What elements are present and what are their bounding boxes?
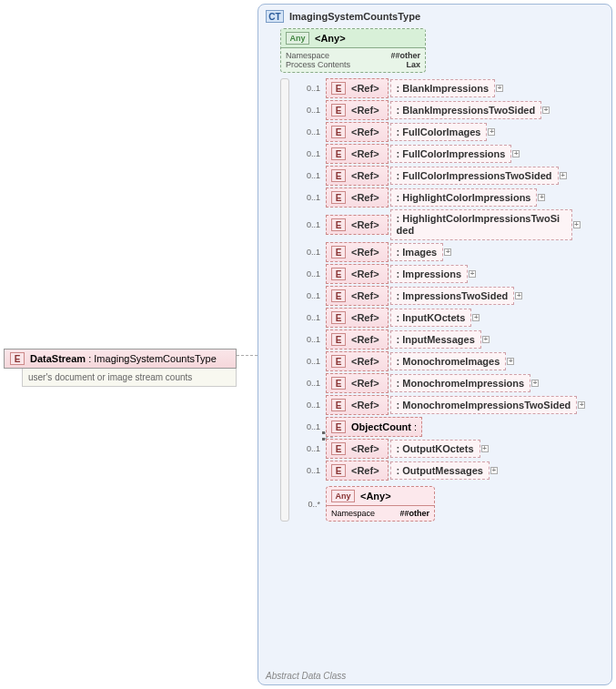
any-block-bottom[interactable]: Any <Any> Namespace ##other	[326, 486, 435, 522]
any-badge-bottom: Any	[331, 490, 355, 502]
child-ref-name[interactable]: : FullColorImpressions+	[390, 145, 512, 163]
child-ref-box[interactable]: E<Ref>	[326, 144, 389, 164]
child-row: 0..1E<Ref>: BlankImpressionsTwoSided+	[298, 100, 608, 120]
child-row: 0..1E<Ref>: FullColorImpressionsTwoSided…	[298, 166, 608, 186]
child-ref-box[interactable]: E<Ref>	[326, 264, 389, 284]
element-badge: E	[10, 352, 25, 365]
expand-icon[interactable]: +	[444, 248, 451, 256]
child-ref-box[interactable]: E<Ref>	[326, 461, 389, 481]
expand-icon[interactable]: +	[578, 401, 585, 409]
child-ref-box[interactable]: E<Ref>	[326, 373, 389, 393]
child-ref-name[interactable]: : HighlightColorImpressionsTwoSided+	[390, 209, 572, 240]
child-row: 0..1E<Ref>: HighlightColorImpressions+	[298, 187, 608, 208]
root-type: ImagingSystemCountsType	[94, 353, 217, 364]
expand-icon[interactable]: +	[573, 221, 581, 228]
expand-icon[interactable]: +	[542, 106, 550, 114]
element-badge: E	[331, 377, 346, 390]
expand-icon[interactable]: +	[469, 270, 476, 278]
child-ref-name[interactable]: : FullColorImpressionsTwoSided+	[390, 167, 559, 185]
child-ref-box[interactable]: E<Ref>	[326, 439, 389, 459]
child-ref-name[interactable]: : InputKOctets+	[390, 309, 472, 327]
expand-icon[interactable]: +	[515, 292, 522, 299]
expand-icon[interactable]: +	[472, 314, 480, 321]
expand-icon[interactable]: +	[507, 358, 514, 365]
expand-icon[interactable]: +	[490, 467, 498, 474]
any-child-header: Any <Any>	[327, 487, 434, 506]
ref-label: <Ref>	[351, 443, 379, 454]
child-row: 0..1E<Ref>: OutputKOctets+	[298, 439, 608, 459]
child-ref-name[interactable]: : OutputMessages+	[390, 461, 490, 480]
child-ref-box[interactable]: E<Ref>	[326, 215, 389, 235]
cardinality-label: 0..1	[298, 466, 320, 475]
element-badge: E	[331, 420, 346, 433]
any-label: <Any>	[315, 33, 346, 44]
child-ref-name[interactable]: : MonochromeImpressionsTwoSided+	[390, 396, 578, 414]
element-badge: E	[331, 268, 346, 280]
child-ref-name[interactable]: : BlankImpressionsTwoSided+	[390, 101, 542, 119]
expand-icon[interactable]: +	[482, 336, 490, 343]
child-element[interactable]: EObjectCount :	[326, 417, 422, 437]
child-ref-box[interactable]: E<Ref>	[326, 242, 389, 262]
child-ref-name[interactable]: : OutputKOctets+	[390, 440, 480, 458]
any-block-top[interactable]: Any <Any> Namespace ##other Process Cont…	[280, 28, 426, 73]
child-row: 0..1E<Ref>: FullColorImpressions+	[298, 144, 608, 164]
child-ref-name[interactable]: : MonochromeImpressions+	[390, 374, 531, 392]
child-ref-name[interactable]: : MonochromeImages+	[390, 352, 507, 370]
element-badge: E	[331, 104, 346, 117]
sequence-indicator	[280, 78, 289, 522]
expand-icon[interactable]: +	[560, 172, 567, 179]
cardinality-label: 0..1	[298, 106, 320, 115]
expand-icon[interactable]: +	[512, 150, 520, 157]
ref-label: <Ref>	[351, 105, 379, 116]
expand-icon[interactable]: +	[481, 445, 489, 452]
child-ref-name[interactable]: : Impressions+	[390, 265, 469, 283]
element-badge: E	[331, 169, 346, 182]
expand-icon[interactable]: +	[538, 194, 545, 201]
child-ref-box[interactable]: E<Ref>	[326, 78, 389, 98]
ct-header: CT ImagingSystemCountsType	[262, 8, 608, 25]
child-row: 0..1E<Ref>: InputKOctets+	[298, 308, 608, 328]
element-badge: E	[331, 82, 346, 95]
child-ref-box[interactable]: E<Ref>	[326, 329, 389, 350]
any-bottom-ns-label: Namespace	[331, 509, 375, 518]
ref-label: <Ref>	[351, 378, 379, 389]
child-row: 0..1E<Ref>: OutputMessages+	[298, 461, 608, 481]
sequence-children: 0..1E<Ref>: BlankImpressions+0..1E<Ref>:…	[298, 78, 608, 522]
child-ref-name[interactable]: : ImpressionsTwoSided+	[390, 287, 515, 305]
ref-label: <Ref>	[351, 312, 379, 323]
child-ref-box[interactable]: E<Ref>	[326, 100, 389, 120]
child-row: 0..1E<Ref>: BlankImpressions+	[298, 78, 608, 98]
expand-icon[interactable]: +	[531, 380, 539, 387]
element-badge: E	[331, 355, 346, 368]
root-element-header[interactable]: E DataStream : ImagingSystemCountsType	[4, 349, 237, 369]
child-ref-box[interactable]: E<Ref>	[326, 122, 389, 142]
element-badge: E	[331, 289, 346, 302]
any-pc-value: Lax	[406, 60, 420, 69]
element-badge: E	[331, 311, 346, 324]
child-ref-box[interactable]: E<Ref>	[326, 286, 389, 306]
any-pc-label: Process Contents	[286, 60, 350, 69]
cardinality-label: 0..1	[298, 335, 320, 344]
ref-label: <Ref>	[351, 127, 379, 137]
child-ref-name[interactable]: : Images+	[390, 243, 444, 261]
expand-icon[interactable]: +	[488, 128, 495, 136]
cardinality-label: 0..1	[298, 149, 320, 158]
expand-icon[interactable]: +	[496, 85, 503, 92]
child-ref-box[interactable]: E<Ref>	[326, 187, 389, 208]
ref-label: <Ref>	[351, 269, 379, 279]
child-ref-name[interactable]: : InputMessages+	[390, 330, 481, 349]
child-ref-box[interactable]: E<Ref>	[326, 351, 389, 371]
child-ref-box[interactable]: E<Ref>	[326, 395, 389, 415]
element-badge: E	[331, 126, 346, 138]
complex-type-container: CT ImagingSystemCountsType Any <Any> Nam…	[258, 4, 612, 685]
child-ref-box[interactable]: E<Ref>	[326, 308, 389, 328]
element-badge: E	[331, 147, 346, 160]
child-row: 0..1EObjectCount :	[298, 417, 608, 437]
child-ref-name[interactable]: : FullColorImages+	[390, 123, 488, 141]
any-badge: Any	[286, 32, 309, 45]
child-ref-name[interactable]: : BlankImpressions+	[390, 79, 495, 97]
cardinality-label: 0..1	[298, 269, 320, 279]
child-ref-box[interactable]: E<Ref>	[326, 166, 389, 186]
cardinality-label: 0..1	[298, 422, 320, 431]
child-ref-name[interactable]: : HighlightColorImpressions+	[390, 188, 538, 207]
